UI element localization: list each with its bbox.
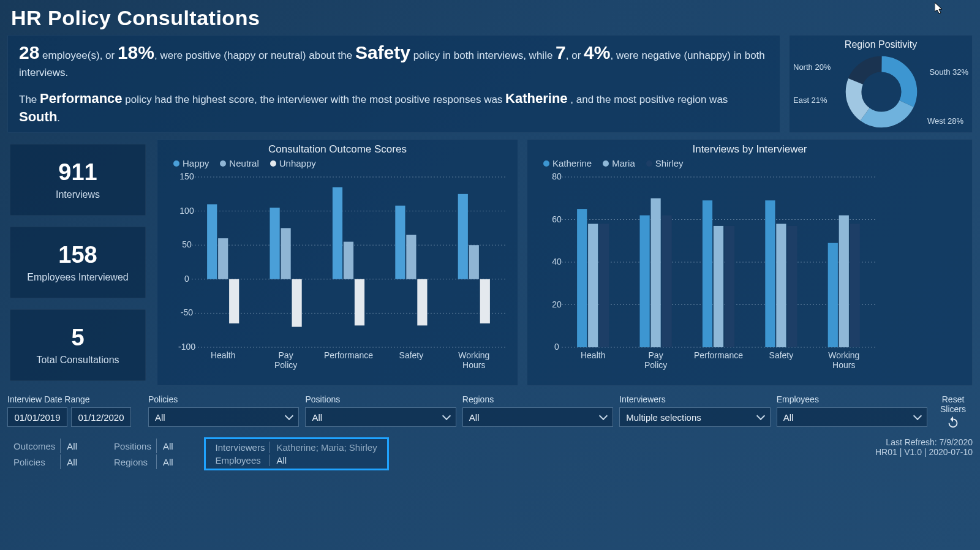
svg-text:Health: Health <box>211 350 235 360</box>
svg-text:150: 150 <box>179 172 194 181</box>
date-to-input[interactable]: 01/12/2020 <box>71 407 131 427</box>
interviewers-dropdown[interactable]: Multiple selections <box>619 407 770 427</box>
svg-rect-48 <box>577 209 587 347</box>
svg-text:Policy: Policy <box>274 360 297 370</box>
kpi-employees: 158Employees Interviewed <box>10 227 146 298</box>
svg-rect-66 <box>839 216 849 347</box>
reset-icon <box>946 415 960 429</box>
reset-slicers-button[interactable]: Reset Slicers <box>933 394 973 429</box>
svg-text:Policy: Policy <box>644 360 667 370</box>
svg-rect-27 <box>355 279 364 326</box>
narrative-card: 28 employee(s), or 18%, were positive (h… <box>7 35 780 133</box>
date-from-input[interactable]: 01/01/2019 <box>7 407 67 427</box>
svg-text:Performance: Performance <box>324 350 373 360</box>
interviewer-chart: Interviews by Interviewer Katherine Mari… <box>527 139 973 386</box>
svg-rect-63 <box>787 226 797 347</box>
svg-text:0: 0 <box>554 342 559 352</box>
footer-bar: OutcomesAll PoliciesAll PositionsAll Reg… <box>0 434 980 470</box>
svg-rect-59 <box>725 226 734 347</box>
svg-text:60: 60 <box>552 214 562 224</box>
svg-text:0: 0 <box>184 274 189 284</box>
kpi-consultations: 5Total Consultations <box>10 309 146 381</box>
svg-text:20: 20 <box>552 299 562 309</box>
svg-rect-16 <box>207 204 217 279</box>
interviewers-filter-highlight: InterviewersKatherine; Maria; Shirley Em… <box>204 437 389 470</box>
svg-rect-26 <box>344 242 353 279</box>
employees-dropdown[interactable]: All <box>777 407 927 427</box>
svg-rect-65 <box>828 243 838 347</box>
svg-rect-62 <box>776 224 786 347</box>
svg-text:Safety: Safety <box>399 350 424 360</box>
svg-text:100: 100 <box>179 206 194 216</box>
chevron-down-icon <box>285 412 293 420</box>
svg-rect-25 <box>333 187 342 279</box>
svg-text:-50: -50 <box>181 307 193 317</box>
svg-text:80: 80 <box>552 172 562 181</box>
svg-rect-61 <box>765 200 775 347</box>
svg-rect-34 <box>469 245 479 279</box>
date-range-label: Interview Date Range <box>7 394 142 404</box>
svg-rect-20 <box>270 208 280 279</box>
svg-rect-29 <box>395 206 405 279</box>
kpi-interviews: 911Interviews <box>10 144 146 216</box>
svg-rect-67 <box>850 224 860 347</box>
chevron-down-icon <box>913 412 922 420</box>
svg-text:Hours: Hours <box>462 360 485 370</box>
svg-rect-33 <box>458 194 468 279</box>
svg-text:-100: -100 <box>178 342 195 352</box>
svg-text:Hours: Hours <box>832 360 855 370</box>
svg-text:Working: Working <box>458 350 489 360</box>
chevron-down-icon <box>599 412 608 420</box>
svg-rect-49 <box>588 224 598 347</box>
svg-text:40: 40 <box>552 257 562 266</box>
svg-rect-35 <box>480 279 490 323</box>
svg-text:Working: Working <box>828 350 859 360</box>
svg-rect-17 <box>218 238 228 279</box>
svg-rect-54 <box>662 216 672 347</box>
svg-rect-21 <box>281 228 291 279</box>
svg-text:Performance: Performance <box>694 350 743 360</box>
svg-text:Health: Health <box>581 350 605 360</box>
svg-rect-22 <box>292 279 302 327</box>
svg-rect-50 <box>599 224 609 347</box>
svg-text:Pay: Pay <box>279 350 293 360</box>
region-positivity-chart: Region Positivity North 20% South 32% Ea… <box>789 35 973 133</box>
svg-rect-30 <box>406 235 416 279</box>
svg-rect-57 <box>703 200 712 347</box>
svg-text:50: 50 <box>182 239 192 249</box>
chevron-down-icon <box>756 412 765 420</box>
svg-rect-58 <box>714 226 723 347</box>
svg-rect-52 <box>640 216 650 347</box>
outcome-scores-chart: Consultation Outcome Scores Happy Neutra… <box>157 139 518 386</box>
svg-rect-53 <box>651 198 661 347</box>
svg-text:Pay: Pay <box>649 350 663 360</box>
positions-dropdown[interactable]: All <box>305 407 456 427</box>
regions-dropdown[interactable]: All <box>462 407 613 427</box>
chevron-down-icon <box>442 412 451 420</box>
page-title: HR Policy Consultations <box>0 0 980 35</box>
svg-text:Safety: Safety <box>769 350 794 360</box>
policies-dropdown[interactable]: All <box>148 407 299 427</box>
svg-rect-31 <box>417 279 427 326</box>
svg-rect-18 <box>229 279 239 323</box>
